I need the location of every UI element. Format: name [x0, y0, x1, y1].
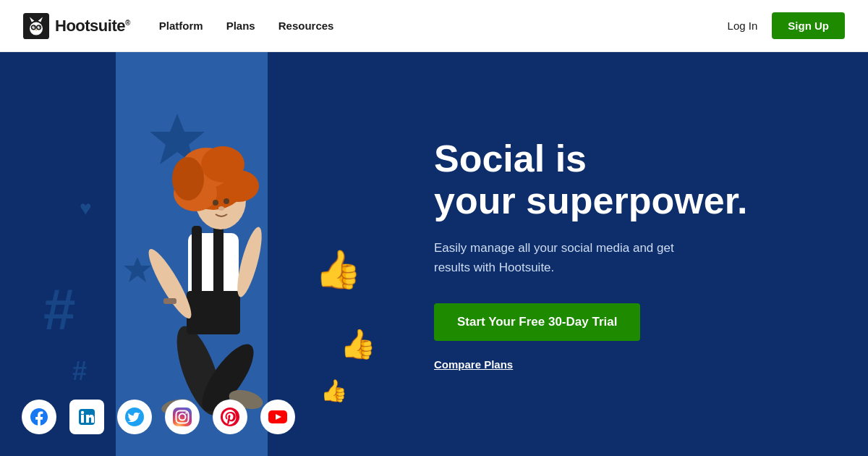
hash-decoration-1: # [43, 276, 76, 343]
svg-point-28 [201, 146, 244, 182]
thumbs-up-decoration-2: 👍 [340, 327, 376, 361]
hero-left: # # ♥ 👍 👍 👍 [0, 52, 405, 456]
svg-point-32 [218, 206, 224, 211]
youtube-icon[interactable] [260, 400, 295, 434]
hero-section: # # ♥ 👍 👍 👍 [0, 52, 868, 456]
pinterest-icon[interactable] [213, 400, 247, 434]
svg-point-29 [172, 157, 204, 200]
twitter-icon[interactable] [117, 400, 152, 434]
navbar: Hootsuite® Platform Plans Resources Log … [0, 0, 868, 52]
facebook-icon[interactable] [22, 400, 56, 434]
svg-point-8 [33, 26, 35, 28]
svg-rect-35 [81, 415, 84, 423]
svg-rect-33 [163, 298, 176, 304]
logo-area: Hootsuite® [23, 13, 130, 39]
svg-point-7 [38, 25, 41, 28]
linkedin-icon[interactable] [69, 400, 104, 434]
nav-platform[interactable]: Platform [159, 20, 203, 32]
nav-plans[interactable]: Plans [226, 20, 255, 32]
thumbs-up-decoration-1: 👍 [315, 248, 362, 292]
nav-links: Platform Plans Resources [159, 20, 728, 32]
hootsuite-owl-icon [23, 13, 49, 39]
svg-point-30 [213, 200, 218, 206]
svg-point-6 [32, 25, 35, 28]
svg-point-41 [185, 412, 187, 413]
svg-rect-20 [187, 291, 240, 334]
signup-button[interactable]: Sign Up [772, 12, 845, 39]
hero-right: Social is your superpower. Easily manage… [405, 52, 868, 456]
logo-text: Hootsuite® [55, 17, 130, 35]
svg-point-9 [38, 26, 40, 28]
hero-person-image [94, 81, 318, 450]
heart-decoration: ♥ [80, 197, 92, 220]
svg-point-31 [224, 198, 229, 204]
hero-subtext: Easily manage all your social media and … [434, 239, 709, 277]
hash-decoration-2: # [72, 356, 87, 387]
nav-right: Log In Sign Up [728, 12, 845, 39]
instagram-icon[interactable] [165, 400, 200, 434]
compare-plans-link[interactable]: Compare Plans [434, 358, 825, 371]
trial-button[interactable]: Start Your Free 30-Day Trial [434, 303, 640, 341]
login-button[interactable]: Log In [728, 20, 758, 32]
svg-point-36 [81, 411, 84, 414]
hero-headline: Social is your superpower. [434, 138, 825, 221]
nav-resources[interactable]: Resources [278, 20, 334, 32]
thumbs-up-decoration-3: 👍 [320, 378, 347, 403]
social-icons-row [22, 400, 295, 434]
